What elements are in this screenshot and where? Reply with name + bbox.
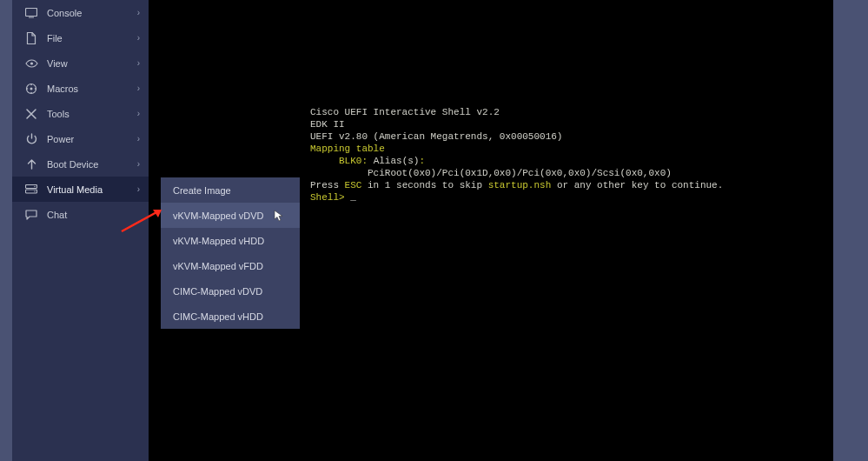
chevron-right-icon: ›	[137, 58, 140, 68]
menu-label: Macros	[47, 84, 137, 94]
chevron-right-icon: ›	[137, 159, 140, 169]
mouse-cursor-icon	[274, 210, 284, 222]
submenu-item-cimc-vdvd[interactable]: CIMC-Mapped vDVD	[161, 278, 300, 304]
terminal-span: Press	[310, 180, 345, 190]
terminal-prompt: Shell>	[310, 192, 350, 203]
sidebar: Console › File › View › Macros ›	[12, 0, 149, 461]
virtual-media-icon	[24, 183, 38, 197]
terminal-span: ESC	[345, 180, 362, 190]
chevron-right-icon: ›	[137, 8, 140, 17]
menu-item-file[interactable]: File ›	[12, 25, 149, 50]
submenu-label: CIMC-Mapped vHDD	[173, 311, 263, 322]
boot-device-icon	[24, 157, 38, 171]
svg-point-7	[27, 88, 29, 90]
virtual-media-submenu: Create Image vKVM-Mapped vDVD vKVM-Mappe…	[161, 177, 300, 329]
menu-item-tools[interactable]: Tools ›	[12, 101, 149, 126]
submenu-label: Create Image	[173, 185, 231, 196]
submenu-label: vKVM-Mapped vDVD	[173, 210, 264, 221]
tools-icon	[24, 107, 38, 121]
main-area: Console › File › View › Macros ›	[12, 0, 833, 461]
menu-label: Tools	[47, 109, 137, 119]
menu-label: Console	[47, 8, 137, 18]
svg-point-8	[35, 88, 36, 90]
submenu-item-vkvm-vfdd[interactable]: vKVM-Mapped vFDD	[161, 253, 300, 278]
terminal-line: EDK II	[310, 119, 345, 130]
menu-label: View	[47, 58, 137, 69]
submenu-item-vkvm-vhdd[interactable]: vKVM-Mapped vHDD	[161, 228, 300, 253]
menu-item-virtual-media[interactable]: Virtual Media ›	[12, 177, 149, 202]
menu-label: File	[47, 33, 137, 43]
terminal-span: in 1 seconds to skip	[361, 180, 487, 190]
chevron-right-icon: ›	[137, 109, 140, 118]
svg-point-2	[30, 62, 32, 64]
terminal-span: or any other key to continue.	[551, 180, 723, 190]
file-icon	[24, 31, 38, 45]
terminal-line: Mapping table	[310, 144, 385, 154]
svg-point-11	[34, 186, 35, 187]
menu-label: Virtual Media	[47, 184, 137, 195]
terminal-cursor: _	[350, 192, 356, 203]
svg-point-6	[30, 91, 32, 93]
menu-label: Chat	[47, 210, 140, 220]
chevron-right-icon: ›	[137, 33, 140, 43]
submenu-label: vKVM-Mapped vHDD	[173, 236, 264, 246]
power-icon	[24, 132, 38, 146]
chevron-right-icon: ›	[137, 184, 140, 194]
left-margin	[0, 0, 12, 461]
submenu-label: vKVM-Mapped vFDD	[173, 261, 263, 271]
terminal-line: UEFI v2.80 (American Megatrends, 0x00050…	[310, 131, 562, 142]
svg-rect-0	[26, 8, 37, 16]
menu-item-boot-device[interactable]: Boot Device ›	[12, 151, 149, 177]
submenu-label: CIMC-Mapped vDVD	[173, 286, 262, 297]
terminal-output: Cisco UEFI Interactive Shell v2.2 EDK II…	[310, 94, 723, 216]
submenu-item-cimc-vhdd[interactable]: CIMC-Mapped vHDD	[161, 304, 300, 329]
svg-point-5	[30, 84, 32, 85]
terminal-span: :	[419, 156, 425, 166]
terminal-span: startup.nsh	[488, 180, 552, 190]
terminal-span: BLK0:	[310, 156, 374, 166]
menu-label: Boot Device	[47, 159, 137, 170]
right-margin	[833, 0, 868, 461]
macros-icon	[24, 82, 38, 96]
menu-item-power[interactable]: Power ›	[12, 126, 149, 151]
view-icon	[24, 57, 38, 70]
menu-item-view[interactable]: View ›	[12, 50, 149, 76]
terminal-line: Cisco UEFI Interactive Shell v2.2	[310, 107, 500, 117]
menu-item-macros[interactable]: Macros ›	[12, 76, 149, 101]
submenu-item-vkvm-vdvd[interactable]: vKVM-Mapped vDVD	[161, 203, 300, 228]
terminal-line: PciRoot(0x0)/Pci(0x1D,0x0)/Pci(0x0,0x0)/…	[310, 168, 672, 178]
submenu-item-create-image[interactable]: Create Image	[161, 177, 300, 203]
chat-icon	[24, 208, 38, 222]
menu-item-chat[interactable]: Chat	[12, 202, 149, 227]
menu-label: Power	[47, 134, 137, 144]
menu-item-console[interactable]: Console ›	[12, 0, 149, 25]
chevron-right-icon: ›	[137, 84, 140, 93]
svg-point-4	[30, 87, 33, 90]
chevron-right-icon: ›	[137, 134, 140, 144]
terminal-span: Alias(s)	[374, 156, 420, 166]
console-icon	[24, 6, 38, 20]
svg-rect-1	[29, 17, 34, 17]
svg-point-12	[34, 190, 35, 191]
